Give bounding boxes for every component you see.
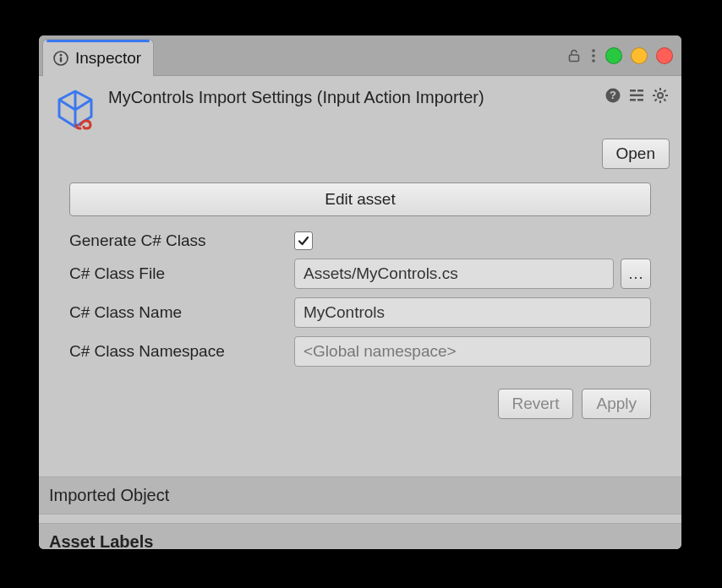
titlebar-controls — [566, 35, 673, 76]
window-close-button[interactable] — [656, 47, 673, 64]
svg-line-19 — [655, 90, 657, 92]
class-namespace-input[interactable] — [294, 336, 651, 367]
apply-button[interactable]: Apply — [582, 389, 651, 419]
svg-line-22 — [664, 90, 665, 92]
inspector-window: Inspector MyControls Im — [39, 35, 681, 549]
svg-rect-3 — [570, 55, 579, 62]
edit-asset-button[interactable]: Edit asset — [69, 182, 651, 216]
asset-labels-section[interactable]: Asset Labels — [39, 523, 681, 549]
svg-line-20 — [664, 99, 665, 101]
help-icon[interactable]: ? — [604, 86, 622, 105]
gear-icon[interactable] — [651, 86, 670, 105]
svg-point-6 — [592, 59, 595, 63]
lock-icon[interactable] — [566, 48, 582, 63]
kebab-menu-icon[interactable] — [590, 47, 597, 64]
class-name-input[interactable] — [294, 297, 651, 328]
tab-label: Inspector — [75, 49, 141, 68]
svg-point-4 — [592, 49, 595, 52]
generate-class-label: Generate C# Class — [69, 231, 286, 250]
wrapper-code-group: Generate C# Class C# Class File … C# Cla… — [39, 231, 681, 367]
window-maximize-button[interactable] — [631, 47, 648, 64]
svg-rect-10 — [637, 90, 643, 92]
class-file-label: C# Class File — [69, 264, 286, 283]
svg-rect-13 — [637, 99, 643, 101]
svg-rect-9 — [630, 90, 636, 92]
asset-header: MyControls Import Settings (Input Action… — [39, 76, 681, 135]
svg-point-1 — [60, 53, 63, 56]
open-button[interactable]: Open — [602, 139, 670, 169]
svg-rect-2 — [60, 57, 62, 62]
class-name-label: C# Class Name — [69, 303, 286, 322]
input-actions-asset-icon — [52, 86, 98, 132]
class-file-input[interactable] — [294, 259, 614, 289]
svg-rect-12 — [630, 99, 636, 101]
generate-class-checkbox[interactable] — [294, 231, 313, 250]
class-namespace-label: C# Class Namespace — [69, 342, 286, 361]
browse-file-button[interactable]: … — [621, 259, 651, 289]
svg-rect-11 — [630, 95, 643, 97]
info-icon — [53, 51, 68, 66]
window-minimize-button[interactable] — [605, 47, 622, 64]
tab-inspector[interactable]: Inspector — [42, 39, 154, 76]
svg-line-21 — [655, 99, 657, 101]
content: MyControls Import Settings (Input Action… — [39, 76, 681, 549]
tab-strip: Inspector — [39, 35, 681, 76]
presets-icon[interactable] — [627, 86, 646, 105]
asset-title: MyControls Import Settings (Input Action… — [108, 86, 593, 107]
svg-point-5 — [592, 54, 595, 57]
revert-button[interactable]: Revert — [498, 389, 574, 419]
svg-point-14 — [658, 93, 663, 98]
imported-object-section: Imported Object — [39, 476, 681, 514]
svg-text:?: ? — [610, 89, 616, 101]
